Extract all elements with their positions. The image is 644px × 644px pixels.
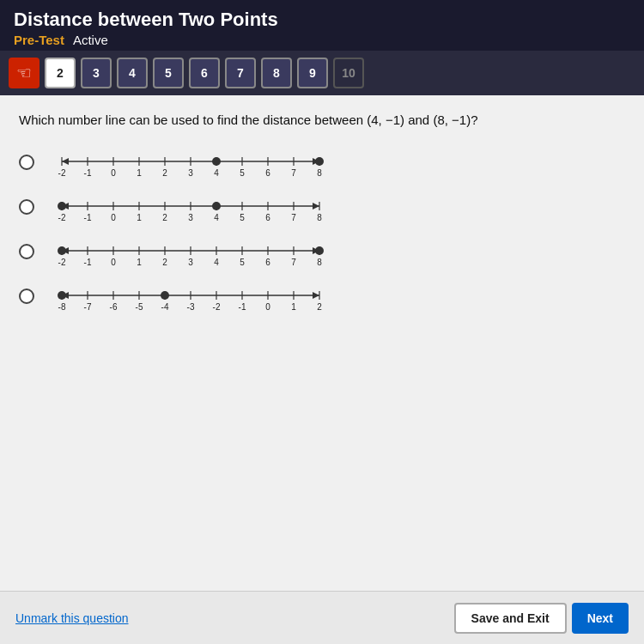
svg-text:-8: -8 xyxy=(58,302,66,312)
svg-text:8: 8 xyxy=(317,258,322,267)
nav-button-10[interactable]: 10 xyxy=(333,58,364,88)
svg-text:3: 3 xyxy=(188,168,193,178)
svg-point-106 xyxy=(58,291,66,300)
number-line-svg: -8-7-6-5-4-3-2-1012 xyxy=(45,280,337,313)
options-list: -2-1012345678-2-1012345678-2-1012345678-… xyxy=(19,146,625,313)
option-row-C[interactable]: -2-1012345678 xyxy=(19,235,625,268)
unmark-button[interactable]: Unmark this question xyxy=(15,611,129,625)
number-line-svg: -2-1012345678 xyxy=(45,235,337,268)
next-button[interactable]: Next xyxy=(572,603,629,634)
question-text: Which number line can be used to find th… xyxy=(19,111,625,131)
nav-button-2[interactable]: 2 xyxy=(45,58,76,88)
footer-buttons: Save and Exit Next xyxy=(454,603,629,634)
svg-text:3: 3 xyxy=(188,213,193,222)
svg-point-107 xyxy=(161,291,169,300)
svg-text:2: 2 xyxy=(162,258,167,267)
svg-text:7: 7 xyxy=(291,168,296,178)
number-line-svg: -2-1012345678 xyxy=(45,191,337,223)
svg-text:7: 7 xyxy=(291,258,296,267)
nav-button-8[interactable]: 8 xyxy=(261,58,292,88)
footer: Unmark this question Save and Exit Next xyxy=(0,591,644,644)
svg-text:0: 0 xyxy=(265,302,270,312)
svg-text:8: 8 xyxy=(317,168,322,178)
svg-text:1: 1 xyxy=(137,168,142,178)
svg-text:-1: -1 xyxy=(84,168,92,178)
svg-text:2: 2 xyxy=(162,168,167,178)
number-line-svg: -2-1012345678 xyxy=(45,146,337,179)
svg-text:-2: -2 xyxy=(213,302,221,312)
svg-point-79 xyxy=(58,246,66,255)
svg-text:-2: -2 xyxy=(58,258,66,267)
option-row-A[interactable]: -2-1012345678 xyxy=(19,146,625,179)
svg-text:1: 1 xyxy=(291,302,296,312)
svg-text:6: 6 xyxy=(265,258,270,267)
svg-text:5: 5 xyxy=(240,168,245,178)
svg-text:-5: -5 xyxy=(136,302,143,312)
svg-text:6: 6 xyxy=(265,213,270,222)
option-radio-C[interactable] xyxy=(19,244,34,259)
home-button[interactable] xyxy=(9,58,39,88)
page-title: Distance between Two Points xyxy=(14,9,630,31)
svg-point-80 xyxy=(315,246,324,255)
header: Distance between Two Points Pre-Test Act… xyxy=(0,0,644,51)
svg-text:7: 7 xyxy=(291,213,296,222)
svg-text:0: 0 xyxy=(111,258,116,267)
svg-text:-3: -3 xyxy=(187,302,195,312)
svg-text:2: 2 xyxy=(162,213,167,222)
main-content: Which number line can be used to find th… xyxy=(0,95,644,591)
svg-text:5: 5 xyxy=(240,258,245,267)
svg-text:1: 1 xyxy=(137,258,142,267)
svg-text:0: 0 xyxy=(111,168,116,178)
svg-point-52 xyxy=(58,202,66,210)
svg-text:-1: -1 xyxy=(239,302,246,312)
svg-text:8: 8 xyxy=(317,213,322,222)
nav-button-4[interactable]: 4 xyxy=(117,58,148,88)
svg-text:2: 2 xyxy=(317,302,322,312)
number-line-D: -8-7-6-5-4-3-2-1012 xyxy=(45,280,337,313)
nav-button-9[interactable]: 9 xyxy=(297,58,328,88)
svg-point-26 xyxy=(315,157,324,166)
svg-text:4: 4 xyxy=(214,258,219,267)
option-radio-A[interactable] xyxy=(19,155,34,170)
active-label: Active xyxy=(73,33,108,47)
svg-text:-6: -6 xyxy=(110,302,118,312)
svg-text:-1: -1 xyxy=(84,258,92,267)
save-exit-button[interactable]: Save and Exit xyxy=(454,603,567,634)
svg-text:4: 4 xyxy=(214,168,219,178)
svg-text:0: 0 xyxy=(111,213,116,222)
svg-text:-7: -7 xyxy=(84,302,92,312)
option-row-B[interactable]: -2-1012345678 xyxy=(19,191,625,223)
pre-test-label: Pre-Test xyxy=(14,33,64,47)
nav-button-7[interactable]: 7 xyxy=(225,58,256,88)
svg-text:4: 4 xyxy=(214,213,219,222)
svg-marker-29 xyxy=(313,203,319,210)
svg-text:5: 5 xyxy=(240,213,245,222)
svg-marker-1 xyxy=(62,158,69,165)
nav-button-6[interactable]: 6 xyxy=(189,58,220,88)
option-radio-D[interactable] xyxy=(19,289,34,304)
svg-point-53 xyxy=(212,202,221,210)
svg-text:-2: -2 xyxy=(58,213,66,222)
nav-button-3[interactable]: 3 xyxy=(81,58,112,88)
option-radio-B[interactable] xyxy=(19,199,34,215)
option-row-D[interactable]: -8-7-6-5-4-3-2-1012 xyxy=(19,280,625,313)
svg-text:3: 3 xyxy=(188,258,193,267)
svg-text:6: 6 xyxy=(265,168,270,178)
svg-marker-83 xyxy=(313,292,319,299)
number-line-A: -2-1012345678 xyxy=(45,146,337,179)
header-meta: Pre-Test Active xyxy=(14,33,630,47)
nav-button-5[interactable]: 5 xyxy=(153,58,184,88)
svg-text:-4: -4 xyxy=(161,302,169,312)
number-line-C: -2-1012345678 xyxy=(45,235,337,268)
svg-text:-1: -1 xyxy=(84,213,92,222)
nav-bar: 2345678910 xyxy=(0,51,644,95)
svg-point-25 xyxy=(212,157,221,166)
number-line-B: -2-1012345678 xyxy=(45,191,337,223)
svg-text:1: 1 xyxy=(137,213,142,222)
svg-text:-2: -2 xyxy=(58,168,66,178)
